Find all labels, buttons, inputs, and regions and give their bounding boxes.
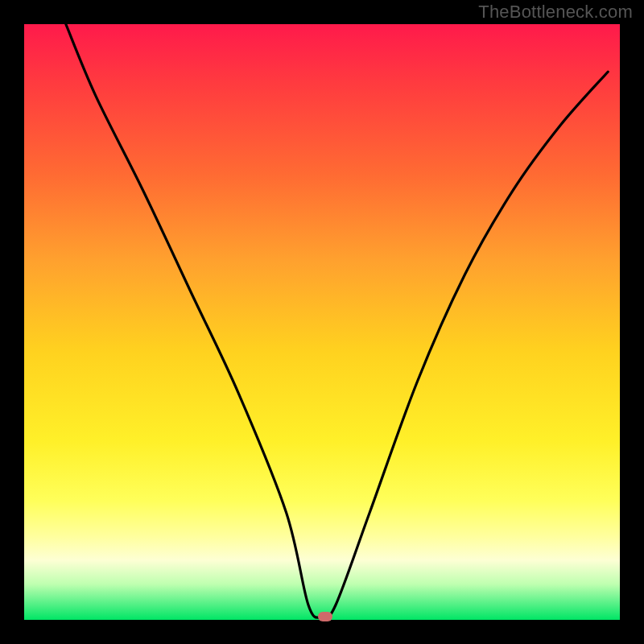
chart-container: TheBottleneck.com: [0, 0, 644, 644]
watermark-text: TheBottleneck.com: [478, 2, 633, 23]
bottleneck-curve: [24, 24, 620, 620]
minimum-marker: [318, 612, 332, 621]
